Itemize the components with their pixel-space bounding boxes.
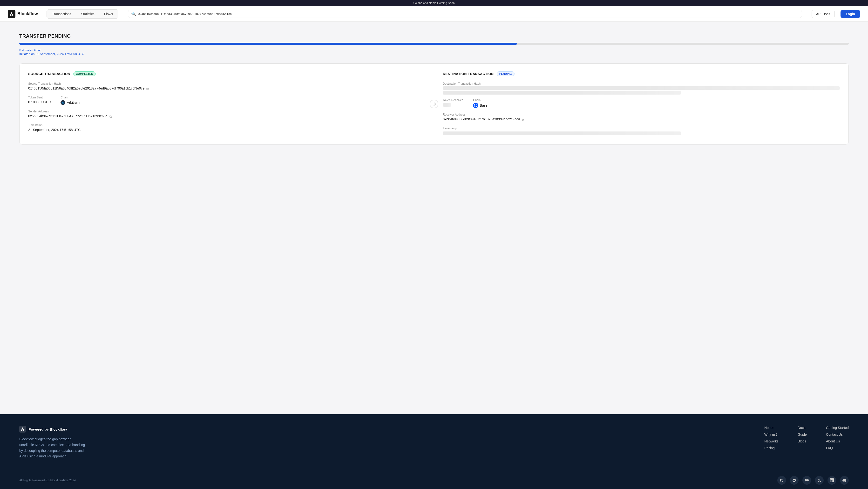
destination-timestamp-label: Timestamp: [443, 127, 840, 130]
tab-statistics[interactable]: Statistics: [77, 10, 99, 18]
source-chain-group: Chain A Arbitrum: [61, 96, 80, 105]
footer-logo-icon: [19, 426, 26, 433]
footer-link-pricing[interactable]: Pricing: [764, 446, 778, 450]
source-hash-label: Source Transaction Hash: [28, 82, 425, 85]
transaction-connector: ⊕: [430, 99, 438, 108]
banner-text: Solana and Noble Coming Soon: [413, 1, 455, 5]
estimated-time: Estimated time: Initiated on 21 Septembe…: [19, 49, 849, 56]
destination-receiver-row: 0xb04689536db9f3910727648264389d9ddc2c9d…: [443, 117, 840, 122]
github-icon[interactable]: [777, 476, 786, 485]
footer-link-getting-started[interactable]: Getting Started: [826, 426, 849, 430]
destination-token-skeleton: [443, 103, 451, 107]
destination-hash-skeleton-2: [443, 91, 681, 94]
destination-token-label: Token Received: [443, 98, 463, 102]
footer-social: [777, 476, 849, 485]
estimated-time-label: Estimated time:: [19, 49, 849, 52]
footer-link-home[interactable]: Home: [764, 426, 778, 430]
search-area: 🔍: [128, 10, 802, 18]
footer-link-about-us[interactable]: About Us: [826, 439, 849, 443]
twitter-icon[interactable]: [815, 476, 824, 485]
source-hash-value: 0x4b6150da0b811f56a3840fff2a678fe2918277…: [28, 86, 145, 90]
transfer-title: TRANSFER PENDING: [19, 33, 849, 39]
medium-icon[interactable]: [802, 476, 811, 485]
destination-receiver-value: 0xb04689536db9f3910727648264389d9ddc2c9d…: [443, 117, 520, 121]
footer-link-networks[interactable]: Networks: [764, 439, 778, 443]
source-hash-copy-icon[interactable]: ⧉: [146, 87, 149, 91]
header: Blockflow Transactions Statistics Flows …: [0, 6, 868, 22]
footer-top: Powered by Blockflow Blockflow bridges t…: [19, 426, 849, 459]
footer: Powered by Blockflow Blockflow bridges t…: [0, 414, 868, 489]
logo-icon: [8, 10, 16, 18]
destination-chain-value: Base: [473, 103, 488, 108]
destination-timestamp-skeleton: [443, 132, 681, 135]
source-card-title: SOURCE TRANSACTION: [28, 72, 70, 76]
logo-text: Blockflow: [18, 11, 38, 17]
footer-links-container: Home Why us? Networks Pricing Docs Guide…: [101, 426, 849, 459]
progress-bar-container: [19, 43, 849, 45]
source-chain-label: Chain: [61, 96, 80, 99]
search-input[interactable]: [138, 12, 799, 16]
source-sender-copy-icon[interactable]: ⧉: [110, 115, 112, 119]
footer-brand: Powered by Blockflow Blockflow bridges t…: [19, 426, 87, 459]
footer-link-docs[interactable]: Docs: [798, 426, 807, 430]
telegram-icon[interactable]: [790, 476, 799, 485]
footer-brand-description: Blockflow bridges the gap between unreli…: [19, 436, 87, 459]
tab-flows[interactable]: Flows: [100, 10, 117, 18]
footer-link-guide[interactable]: Guide: [798, 433, 807, 436]
source-sender-value: 0x65994b967c511304760FAAFdce1790571399e6…: [28, 114, 107, 118]
login-button[interactable]: Login: [840, 10, 860, 18]
tab-transactions[interactable]: Transactions: [48, 10, 76, 18]
footer-link-contact-us[interactable]: Contact Us: [826, 433, 849, 436]
footer-copyright: All Rights Reserved (C) blockflow-labs 2…: [19, 479, 76, 482]
source-card-header: SOURCE TRANSACTION COMPLETED: [28, 71, 425, 76]
initiated-label: Initiated on 21 September, 2024 17:51:58…: [19, 52, 849, 56]
destination-token-group: Token Received: [443, 98, 463, 108]
destination-receiver-copy-icon[interactable]: ⧉: [522, 118, 524, 122]
transaction-cards: SOURCE TRANSACTION COMPLETED Source Tran…: [19, 63, 849, 144]
base-icon: [473, 103, 478, 108]
destination-status-badge: PENDING: [497, 71, 515, 76]
source-token-value: 0.10000 USDC: [28, 100, 51, 104]
source-timestamp-label: Timestamp: [28, 123, 425, 127]
footer-bottom: All Rights Reserved (C) blockflow-labs 2…: [19, 471, 849, 489]
source-transaction-card: SOURCE TRANSACTION COMPLETED Source Tran…: [20, 64, 434, 144]
source-token-chain-row: Token Sent 0.10000 USDC Chain A Arbitrum: [28, 96, 425, 105]
source-token-label: Token Sent: [28, 96, 51, 99]
linkedin-icon[interactable]: [828, 476, 836, 485]
destination-chain-group: Chain Base: [473, 98, 488, 108]
source-token-group: Token Sent 0.10000 USDC: [28, 96, 51, 105]
main-content: TRANSFER PENDING Estimated time: Initiat…: [0, 22, 868, 414]
nav-tabs: Transactions Statistics Flows: [46, 9, 118, 19]
destination-card-header: DESTINATION TRANSACTION PENDING: [443, 71, 840, 76]
source-timestamp-value: 21 September, 2024 17:51:58 UTC: [28, 128, 425, 132]
destination-transaction-card: DESTINATION TRANSACTION PENDING Destinat…: [434, 64, 849, 144]
destination-card-title: DESTINATION TRANSACTION: [443, 72, 494, 76]
api-docs-button[interactable]: API Docs: [812, 10, 835, 18]
source-chain-value: A Arbitrum: [61, 100, 80, 105]
discord-icon[interactable]: [840, 476, 849, 485]
arbitrum-icon: A: [61, 100, 65, 105]
destination-hash-skeleton-1: [443, 86, 840, 90]
source-status-badge: COMPLETED: [73, 71, 96, 76]
source-sender-row: 0x65994b967c511304760FAAFdce1790571399e6…: [28, 114, 425, 119]
destination-token-chain-row: Token Received Chain Base: [443, 98, 840, 108]
footer-link-blogs[interactable]: Blogs: [798, 439, 807, 443]
source-sender-label: Sender Address: [28, 110, 425, 113]
footer-link-faq[interactable]: FAQ: [826, 446, 849, 450]
svg-point-3: [474, 104, 477, 107]
footer-logo-row: Powered by Blockflow: [19, 426, 87, 433]
top-banner: Solana and Noble Coming Soon: [0, 0, 868, 6]
source-hash-row: 0x4b6150da0b811f56a3840fff2a678fe2918277…: [28, 86, 425, 91]
footer-col-3: Getting Started Contact Us About Us FAQ: [826, 426, 849, 459]
footer-link-whyus[interactable]: Why us?: [764, 433, 778, 436]
search-icon: 🔍: [131, 11, 136, 16]
footer-col-1: Home Why us? Networks Pricing: [764, 426, 778, 459]
destination-hash-label: Destination Transaction Hash: [443, 82, 840, 85]
destination-chain-label: Chain: [473, 98, 488, 102]
progress-bar-fill: [19, 43, 517, 45]
footer-col-2: Docs Guide Blogs: [798, 426, 807, 459]
footer-brand-name: Powered by Blockflow: [28, 427, 67, 431]
destination-receiver-label: Receiver Address: [443, 113, 840, 116]
logo-area: Blockflow: [8, 10, 38, 18]
